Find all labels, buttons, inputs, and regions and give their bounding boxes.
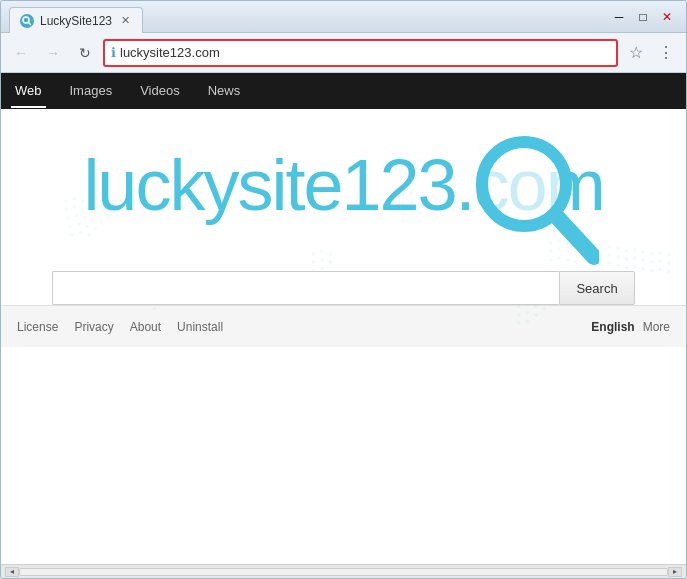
svg-rect-21 [77, 223, 80, 226]
nav-right-controls: ☆ ⋮ [622, 39, 680, 67]
navigation-bar: ← → ↻ ℹ ☆ ⋮ [1, 33, 686, 73]
svg-rect-113 [659, 251, 662, 254]
maximize-button[interactable]: □ [632, 8, 654, 26]
tab-close-button[interactable]: ✕ [118, 14, 132, 28]
svg-rect-91 [517, 305, 520, 308]
svg-rect-24 [71, 233, 74, 236]
svg-rect-139 [625, 266, 628, 269]
svg-rect-22 [85, 225, 88, 228]
magnifier-icon [469, 129, 599, 269]
tab-area: LuckySite123 ✕ [9, 1, 608, 32]
svg-rect-74 [320, 259, 323, 262]
svg-rect-25 [79, 231, 82, 234]
browser-tab[interactable]: LuckySite123 ✕ [9, 7, 143, 33]
svg-rect-112 [650, 252, 653, 255]
svg-rect-23 [94, 227, 97, 230]
svg-rect-128 [659, 260, 662, 263]
tab-title: LuckySite123 [40, 14, 112, 28]
svg-line-146 [557, 217, 594, 257]
title-bar: LuckySite123 ✕ ─ □ ✕ [1, 1, 686, 33]
bookmark-button[interactable]: ☆ [622, 39, 650, 67]
svg-rect-99 [526, 320, 529, 323]
svg-rect-136 [600, 263, 603, 266]
tab-videos[interactable]: Videos [136, 75, 184, 108]
logo-area: luckysite123.com [1, 149, 686, 221]
svg-rect-98 [517, 322, 520, 325]
svg-rect-93 [534, 305, 537, 308]
search-area: Search [52, 271, 634, 305]
svg-rect-108 [616, 247, 619, 250]
svg-rect-143 [659, 268, 662, 271]
svg-rect-20 [68, 225, 71, 228]
svg-rect-124 [625, 257, 628, 260]
tab-news[interactable]: News [204, 75, 245, 108]
refresh-button[interactable]: ↻ [71, 39, 99, 67]
svg-rect-114 [667, 253, 670, 256]
tab-images[interactable]: Images [66, 75, 117, 108]
address-input[interactable] [120, 45, 610, 60]
svg-rect-26 [87, 233, 90, 236]
tab-web[interactable]: Web [11, 75, 46, 108]
window-controls: ─ □ ✕ [608, 8, 678, 26]
forward-button[interactable]: → [39, 39, 67, 67]
svg-rect-122 [608, 253, 611, 256]
svg-rect-107 [608, 245, 611, 248]
back-button[interactable]: ← [7, 39, 35, 67]
svg-rect-144 [667, 270, 670, 273]
address-bar: ℹ [103, 39, 618, 67]
horizontal-scrollbar: ◂ ▸ [1, 564, 686, 578]
search-tabs-bar: Web Images Videos News [1, 73, 686, 109]
browser-window: LuckySite123 ✕ ─ □ ✕ ← → ↻ ℹ ☆ ⋮ Web Ima… [0, 0, 687, 579]
svg-rect-126 [642, 259, 645, 262]
svg-rect-121 [600, 254, 603, 257]
main-content: luckysite123.com Search License Privacy … [1, 109, 686, 564]
svg-rect-71 [320, 250, 323, 253]
svg-rect-77 [320, 267, 323, 270]
svg-rect-72 [329, 252, 332, 255]
svg-rect-123 [616, 255, 619, 258]
search-input[interactable] [52, 271, 559, 305]
svg-rect-94 [543, 307, 546, 310]
svg-rect-125 [633, 256, 636, 259]
svg-rect-111 [642, 250, 645, 253]
svg-point-0 [23, 17, 29, 23]
svg-rect-140 [633, 265, 636, 268]
svg-rect-109 [625, 249, 628, 252]
tab-favicon [20, 14, 34, 28]
svg-rect-142 [650, 269, 653, 272]
svg-rect-75 [329, 261, 332, 264]
svg-rect-141 [642, 267, 645, 270]
svg-rect-138 [616, 264, 619, 267]
minimize-button[interactable]: ─ [608, 8, 630, 26]
svg-rect-127 [650, 261, 653, 264]
svg-rect-129 [667, 262, 670, 265]
svg-rect-110 [633, 248, 636, 251]
svg-rect-70 [312, 252, 315, 255]
scrollbar-right-button[interactable]: ▸ [668, 567, 682, 577]
svg-rect-137 [608, 262, 611, 265]
info-icon: ℹ [111, 45, 116, 60]
svg-rect-97 [534, 313, 537, 316]
window-close-button[interactable]: ✕ [656, 8, 678, 26]
svg-rect-73 [312, 261, 315, 264]
svg-rect-96 [526, 311, 529, 314]
scrollbar-left-button[interactable]: ◂ [5, 567, 19, 577]
svg-rect-90 [153, 307, 156, 310]
search-button[interactable]: Search [559, 271, 634, 305]
svg-rect-106 [600, 246, 603, 249]
scrollbar-track[interactable] [19, 568, 668, 576]
svg-line-1 [29, 22, 32, 25]
browser-menu-button[interactable]: ⋮ [652, 39, 680, 67]
svg-rect-95 [517, 313, 520, 316]
